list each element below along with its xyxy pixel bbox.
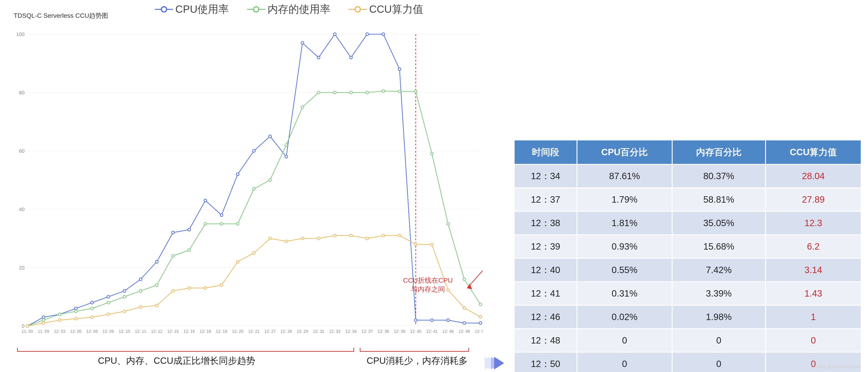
svg-text:12: 41: 12: 41 — [426, 329, 438, 334]
table-header: CCU算力值 — [766, 140, 861, 164]
svg-point-114 — [236, 260, 239, 263]
svg-text:12: 29: 12: 29 — [297, 329, 308, 334]
table-cell: 0.55% — [577, 258, 672, 282]
svg-point-108 — [140, 306, 142, 308]
svg-point-77 — [107, 301, 110, 304]
table-cell: 12：38 — [515, 211, 577, 235]
svg-text:12: 10: 12: 10 — [119, 329, 130, 334]
svg-text:12: 21: 12: 21 — [248, 329, 259, 334]
table-header: CPU百分比 — [577, 140, 672, 164]
table-cell: 12：46 — [515, 305, 577, 329]
legend-item-cpu: CPU使用率 — [155, 2, 229, 17]
svg-point-53 — [188, 228, 191, 231]
table-cell: 0 — [672, 352, 766, 372]
svg-point-91 — [333, 91, 336, 94]
table-cell: 0.31% — [577, 282, 672, 305]
legend-label: CCU算力值 — [369, 2, 423, 17]
svg-point-74 — [58, 313, 61, 316]
legend-mark-icon — [349, 9, 367, 10]
svg-point-129 — [479, 315, 482, 318]
svg-text:12: 03: 12: 03 — [54, 329, 65, 334]
svg-point-119 — [317, 237, 320, 240]
svg-point-55 — [220, 214, 223, 217]
svg-text:12: 48: 12: 48 — [459, 329, 470, 334]
svg-point-123 — [382, 234, 385, 237]
svg-point-112 — [204, 287, 207, 289]
svg-text:12: 33: 12: 33 — [329, 329, 340, 334]
table-cell: 1.98% — [672, 305, 766, 329]
svg-point-47 — [91, 301, 93, 304]
svg-point-128 — [463, 307, 466, 309]
svg-point-75 — [74, 310, 77, 313]
svg-text:20: 20 — [19, 265, 25, 270]
svg-point-63 — [349, 56, 352, 59]
table-cell: 7.42% — [672, 258, 766, 282]
svg-point-69 — [447, 319, 450, 321]
table-cell: 12：41 — [515, 282, 577, 305]
svg-point-57 — [252, 149, 255, 152]
legend-label: 内存的使用率 — [268, 2, 331, 17]
svg-point-120 — [333, 234, 336, 237]
svg-text:12: 50: 12: 50 — [475, 329, 483, 334]
caption-left: CPU、内存、CCU成正比增长同步趋势 — [98, 354, 255, 367]
svg-point-95 — [398, 90, 401, 93]
svg-text:12: 18: 12: 18 — [200, 329, 211, 334]
svg-point-49 — [123, 289, 126, 292]
svg-text:11: 59: 11: 59 — [38, 329, 49, 334]
svg-point-103 — [58, 319, 61, 321]
svg-point-80 — [156, 284, 158, 287]
svg-text:60: 60 — [19, 148, 25, 154]
svg-text:12: 20: 12: 20 — [232, 329, 243, 334]
svg-point-62 — [333, 33, 336, 35]
svg-text:11: 50: 11: 50 — [22, 329, 33, 334]
legend-label: CPU使用率 — [175, 2, 229, 17]
svg-text:12: 15: 12: 15 — [167, 329, 179, 334]
svg-text:12: 09: 12: 09 — [102, 329, 114, 334]
legend: CPU使用率 内存的使用率 CCU算力值 — [155, 2, 423, 17]
table-cell: 35.05% — [672, 211, 766, 235]
svg-point-46 — [74, 307, 77, 310]
table-cell: 0.93% — [577, 235, 672, 258]
annotation-ccu-between: CCU折线在CPU 与内存之间 — [403, 276, 453, 294]
svg-point-71 — [479, 322, 482, 324]
svg-point-70 — [463, 322, 466, 324]
table-cell: 0 — [577, 352, 672, 372]
table-header: 时间段 — [515, 140, 577, 164]
svg-point-84 — [220, 223, 223, 225]
table-cell: 1.81% — [577, 211, 672, 235]
svg-text:80: 80 — [19, 90, 25, 95]
table-cell: 0 — [672, 329, 766, 352]
svg-point-76 — [91, 307, 93, 310]
table-cell: 12.3 — [766, 211, 861, 235]
svg-point-100 — [479, 303, 482, 306]
svg-point-105 — [91, 316, 93, 319]
svg-point-122 — [366, 237, 369, 240]
svg-point-125 — [414, 243, 417, 246]
svg-point-50 — [140, 278, 142, 281]
table-row: 12：400.55%7.42%3.14 — [515, 258, 861, 282]
svg-point-79 — [140, 289, 142, 292]
table-cell: 1.43 — [766, 282, 861, 305]
svg-point-94 — [382, 90, 385, 92]
svg-point-110 — [172, 289, 175, 292]
svg-point-111 — [188, 287, 191, 289]
table-cell: 1 — [766, 305, 861, 329]
svg-point-81 — [172, 255, 175, 257]
svg-text:12: 11: 12: 11 — [135, 329, 146, 334]
svg-point-54 — [204, 199, 207, 202]
table-cell: 87.61% — [577, 164, 672, 188]
svg-point-87 — [269, 179, 272, 181]
svg-point-64 — [366, 33, 369, 35]
bracket-left — [17, 351, 354, 352]
svg-point-118 — [301, 237, 304, 240]
legend-mark-icon — [247, 9, 265, 10]
table-cell: 12：37 — [515, 188, 577, 211]
table-row: 12：460.02%1.98%1 — [515, 305, 861, 329]
svg-point-52 — [172, 231, 175, 234]
svg-point-109 — [156, 304, 158, 307]
table-cell: 12：50 — [515, 352, 577, 372]
table-cell: 80.37% — [672, 164, 766, 188]
table-cell: 1.79% — [577, 188, 672, 211]
table-cell: 0.02% — [577, 305, 672, 329]
table-cell: 0 — [577, 329, 672, 352]
